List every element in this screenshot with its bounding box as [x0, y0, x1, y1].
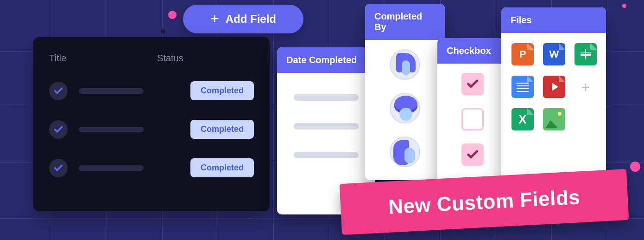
date-placeholder	[294, 123, 359, 130]
add-file-button[interactable]: +	[575, 76, 597, 98]
date-placeholder	[294, 152, 359, 158]
status-badge: Completed	[190, 158, 254, 177]
file-video-icon[interactable]	[543, 76, 565, 98]
avatar	[390, 93, 420, 123]
checkbox-unchecked[interactable]	[461, 108, 484, 130]
add-field-button[interactable]: + Add Field	[183, 5, 303, 33]
decoration-dot	[622, 4, 626, 8]
check-icon[interactable]	[49, 120, 68, 139]
table-row[interactable]: Completed	[49, 120, 254, 139]
add-field-label: Add Field	[226, 13, 276, 26]
decoration-dot	[168, 11, 177, 19]
check-icon[interactable]	[49, 159, 68, 177]
task-panel: Title Status Completed Completed Complet…	[33, 37, 270, 211]
title-placeholder	[79, 127, 144, 132]
file-excel-icon[interactable]: X	[511, 108, 534, 130]
file-word-icon[interactable]: W	[543, 43, 565, 65]
card-header: Checkbox	[437, 38, 508, 64]
banner-text: New Custom Fields	[388, 185, 581, 219]
card-header: Date Completed	[277, 47, 375, 73]
avatar	[390, 136, 420, 167]
decoration-dot	[630, 162, 640, 172]
table-row[interactable]: Completed	[49, 81, 254, 100]
checkbox-checked[interactable]	[461, 143, 484, 166]
column-header-status: Status	[157, 53, 183, 64]
field-card-files[interactable]: Files P W + X	[501, 7, 606, 184]
file-docs-icon[interactable]	[511, 76, 534, 98]
column-header-title: Title	[49, 53, 66, 64]
title-placeholder	[79, 165, 144, 171]
decoration-dot	[161, 29, 165, 34]
file-powerpoint-icon[interactable]: P	[511, 43, 534, 65]
file-image-icon[interactable]	[543, 108, 565, 130]
file-sheets-icon[interactable]	[575, 43, 597, 65]
status-badge: Completed	[190, 81, 254, 100]
field-card-users[interactable]: Completed By	[365, 4, 445, 180]
card-header: Files	[501, 7, 606, 33]
card-header: Completed By	[365, 4, 445, 40]
date-placeholder	[294, 94, 359, 101]
avatar	[390, 49, 420, 80]
table-row[interactable]: Completed	[49, 158, 254, 177]
checkbox-checked[interactable]	[461, 73, 484, 95]
title-placeholder	[79, 88, 144, 94]
check-icon[interactable]	[49, 82, 68, 100]
status-badge: Completed	[190, 120, 254, 139]
